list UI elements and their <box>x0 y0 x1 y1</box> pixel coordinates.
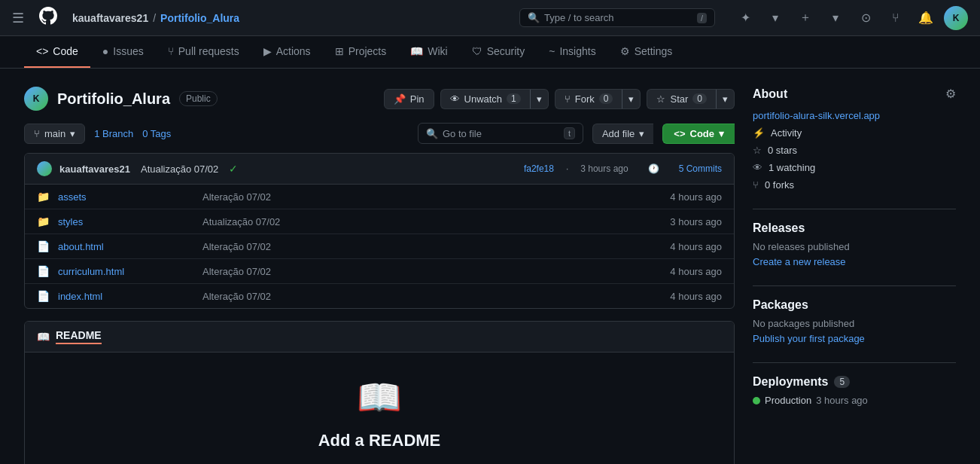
tab-projects[interactable]: ⊞ Projects <box>323 36 399 68</box>
add-file-button[interactable]: Add file ▾ <box>592 124 653 144</box>
unwatch-count: 1 <box>507 93 521 104</box>
security-tab-icon: 🛡 <box>472 45 482 57</box>
deployments-title: Deployments <box>753 375 828 389</box>
readme-placeholder-icon: 📖 <box>357 377 402 419</box>
branch-label: main <box>44 128 65 139</box>
packages-section: Packages No packages published Publish y… <box>753 298 956 344</box>
repo-owner-avatar: K <box>24 87 48 111</box>
code-button[interactable]: <> Code ▾ <box>662 124 735 144</box>
branch-selector[interactable]: ⑂ main ▾ <box>24 124 85 144</box>
repo-title: Portifolio_Alura <box>57 90 170 108</box>
add-icon[interactable]: ＋ <box>793 6 817 30</box>
add-dropdown[interactable]: ▾ <box>823 6 848 30</box>
star-icon: ☆ <box>656 93 665 105</box>
file-time-styles: 3 hours ago <box>670 216 722 227</box>
star-dropdown[interactable]: ▾ <box>716 89 735 109</box>
pin-button[interactable]: 📌 Pin <box>384 89 434 109</box>
pullrequest-icon[interactable]: ⑂ <box>884 6 908 30</box>
file-commit-assets: Alteração 07/02 <box>202 191 661 203</box>
repo-header: K Portifolio_Alura Public 📌 Pin 👁 Unwatc… <box>24 87 735 111</box>
tab-actions[interactable]: ▶ Actions <box>251 36 323 68</box>
unwatch-dropdown[interactable]: ▾ <box>530 89 549 109</box>
commit-username[interactable]: kauaftavares21 <box>59 163 130 175</box>
tab-wiki[interactable]: 📖 Wiki <box>398 36 459 68</box>
website-link[interactable]: portifolio-alura-silk.vercel.app <box>753 110 956 121</box>
tab-insights[interactable]: ~ Insights <box>537 36 607 68</box>
about-title: About ⚙ <box>753 87 956 101</box>
star-button[interactable]: ☆ Star 0 <box>647 89 716 109</box>
fork-icon: ⑂ <box>565 93 571 105</box>
commit-check-icon: ✓ <box>229 163 238 175</box>
file-name-styles[interactable]: styles <box>58 216 193 227</box>
fork-button[interactable]: ⑂ Fork 0 <box>555 89 622 109</box>
tab-issues[interactable]: ● Issues <box>90 36 156 68</box>
file-name-assets[interactable]: assets <box>58 191 193 203</box>
commit-hash[interactable]: fa2fe18 <box>524 163 554 174</box>
unwatch-button[interactable]: 👁 Unwatch 1 <box>440 89 530 109</box>
notification-icon[interactable]: 🔔 <box>914 6 938 30</box>
about-settings-button[interactable]: ⚙ <box>945 87 956 101</box>
breadcrumb-reponame[interactable]: Portifolio_Alura <box>160 12 239 24</box>
issue-icon[interactable]: ⊙ <box>854 6 878 30</box>
repo-main: K Portifolio_Alura Public 📌 Pin 👁 Unwatc… <box>24 87 735 464</box>
breadcrumb-username[interactable]: kauaftavares21 <box>72 12 148 24</box>
tab-settings[interactable]: ⚙ Settings <box>608 36 685 68</box>
file-icon: 📄 <box>37 265 49 277</box>
divider-3 <box>753 362 956 363</box>
file-name-curriculum[interactable]: curriculum.html <box>58 266 193 277</box>
copilot-dropdown[interactable]: ▾ <box>763 6 787 30</box>
readme-title: README <box>56 329 102 344</box>
star-button-group: ☆ Star 0 ▾ <box>647 89 735 109</box>
activity-icon: ⚡ <box>753 127 765 139</box>
add-file-group: Add file ▾ <box>592 124 653 144</box>
tab-wiki-label: Wiki <box>428 45 447 57</box>
repo-tabs: <> Code ● Issues ⑂ Pull requests ▶ Actio… <box>0 36 980 69</box>
tab-code[interactable]: <> Code <box>24 36 90 68</box>
unwatch-button-group: 👁 Unwatch 1 ▾ <box>440 89 549 109</box>
branch-count-link[interactable]: 1 Branch <box>94 128 133 139</box>
file-icon: 📄 <box>37 290 49 302</box>
code-tab-icon: <> <box>36 45 48 57</box>
watching-stat: 👁 1 watching <box>753 162 956 173</box>
commit-message: Atualização 07/02 <box>141 163 218 175</box>
deployments-section: Deployments 5 Production 3 hours ago <box>753 375 956 406</box>
file-name-about[interactable]: about.html <box>58 241 193 252</box>
tab-pullrequests[interactable]: ⑂ Pull requests <box>156 36 251 68</box>
hamburger-icon[interactable]: ☰ <box>12 10 24 26</box>
breadcrumb-separator: / <box>153 12 156 24</box>
folder-icon: 📁 <box>37 215 49 227</box>
divider-1 <box>753 209 956 209</box>
go-to-file[interactable]: 🔍 Go to file t <box>418 123 583 144</box>
code-button-group: <> Code ▾ <box>662 124 735 144</box>
tab-actions-label: Actions <box>276 45 311 57</box>
stars-label: 0 stars <box>768 145 797 156</box>
fork-dropdown[interactable]: ▾ <box>622 89 641 109</box>
tab-security[interactable]: 🛡 Security <box>460 36 537 68</box>
search-icon: 🔍 <box>528 12 540 23</box>
github-logo[interactable] <box>39 7 57 29</box>
about-section: About ⚙ portifolio-alura-silk.vercel.app… <box>753 87 956 191</box>
production-label: Production <box>765 395 811 406</box>
copilot-icon[interactable]: ✦ <box>733 6 757 30</box>
readme-header: 📖 README <box>25 322 734 353</box>
stars-stat: ☆ 0 stars <box>753 145 956 156</box>
commit-history-icon: 🕐 <box>648 163 659 174</box>
pin-icon: 📌 <box>394 93 406 105</box>
readme-book-icon: 📖 <box>37 331 50 343</box>
publish-package-link[interactable]: Publish your first package <box>753 333 865 344</box>
file-table: kauaftavares21 Atualização 07/02 ✓ fa2fe… <box>24 153 735 309</box>
add-file-dropdown-icon: ▾ <box>639 128 644 139</box>
commit-count[interactable]: 5 Commits <box>679 163 722 174</box>
settings-tab-icon: ⚙ <box>620 45 630 57</box>
search-file-icon: 🔍 <box>426 128 438 139</box>
file-time-curriculum: 4 hours ago <box>670 266 722 277</box>
create-release-link[interactable]: Create a new release <box>753 256 846 267</box>
user-avatar[interactable]: K <box>944 6 968 30</box>
folder-icon: 📁 <box>37 191 49 203</box>
file-row: 📁 styles Atualização 07/02 3 hours ago <box>25 209 734 234</box>
forks-stat: ⑂ 0 forks <box>753 179 956 191</box>
main-content: K Portifolio_Alura Public 📌 Pin 👁 Unwatc… <box>0 69 980 464</box>
file-name-index[interactable]: index.html <box>58 291 193 302</box>
tags-count-link[interactable]: 0 Tags <box>142 128 171 139</box>
global-search[interactable]: 🔍 Type / to search / <box>519 8 715 27</box>
